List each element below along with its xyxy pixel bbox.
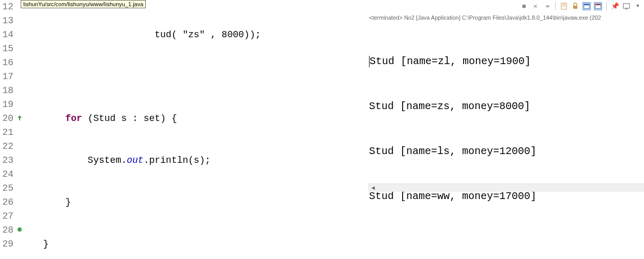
editor-pane: 12 13 14 15 16 17 18 19 20 21 22 23 24 2… bbox=[0, 0, 365, 259]
line-number: 25 bbox=[0, 181, 13, 195]
line-number: 12 bbox=[0, 0, 13, 14]
line-numbers-gutter: 12 13 14 15 16 17 18 19 20 21 22 23 24 2… bbox=[0, 0, 16, 259]
line-number: 26 bbox=[0, 195, 13, 209]
console-launch-header: <terminated> No2 [Java Application] C:\P… bbox=[369, 14, 601, 21]
line-number: 24 bbox=[0, 167, 13, 181]
code-line[interactable]: System.out.println(s); bbox=[19, 154, 365, 167]
scroll-left-arrow-icon[interactable]: ◄ bbox=[369, 184, 377, 192]
code-line[interactable] bbox=[19, 70, 365, 84]
filepath-tooltip: lishunYu/src/com/lishunyu/www/lishunyu_1… bbox=[21, 0, 146, 8]
console-pane: ■ ✕ ✕✕ 📌 ▼ <terminated> No2 [Java Applic… bbox=[368, 0, 644, 186]
line-number: 22 bbox=[0, 140, 13, 154]
line-number: 19 bbox=[0, 98, 13, 112]
line-number: 14 bbox=[0, 28, 13, 42]
console-line: Stud [name=zl, money=1900] bbox=[369, 54, 643, 69]
pin-console-icon[interactable]: 📌 bbox=[611, 2, 619, 10]
line-number: 21 bbox=[0, 126, 13, 140]
show-console-err-icon[interactable] bbox=[594, 2, 602, 10]
remove-launch-icon[interactable]: ✕ bbox=[531, 2, 540, 10]
scroll-lock-icon[interactable] bbox=[571, 2, 579, 10]
line-number: 18 bbox=[0, 84, 13, 98]
console-line: Stud [name=zs, money=8000] bbox=[369, 99, 643, 114]
code-line[interactable]: } bbox=[19, 237, 365, 251]
line-number: 23 bbox=[0, 154, 13, 167]
console-line: Stud [name=ls, money=12000] bbox=[369, 144, 643, 159]
line-number: 17 bbox=[0, 70, 13, 84]
line-number: 15 bbox=[0, 42, 13, 56]
svg-rect-10 bbox=[625, 9, 627, 9]
terminate-all-icon[interactable]: ■ bbox=[520, 2, 528, 10]
svg-rect-8 bbox=[595, 4, 601, 6]
show-console-icon[interactable] bbox=[582, 2, 591, 10]
toolbar-separator bbox=[555, 2, 556, 10]
svg-rect-4 bbox=[573, 6, 577, 9]
svg-rect-9 bbox=[623, 4, 630, 8]
console-toolbar: ■ ✕ ✕✕ 📌 ▼ bbox=[520, 2, 642, 10]
line-number: 28 bbox=[0, 223, 13, 237]
line-number: 20 bbox=[0, 112, 13, 126]
dropdown-icon[interactable]: ▼ bbox=[634, 2, 642, 10]
svg-rect-6 bbox=[584, 4, 590, 6]
line-number: 13 bbox=[0, 14, 13, 28]
line-number: 29 bbox=[0, 237, 13, 251]
code-line[interactable]: for (Stud s : set) { bbox=[19, 112, 365, 126]
line-number: 16 bbox=[0, 56, 13, 70]
code-line[interactable]: } bbox=[19, 195, 365, 209]
code-line[interactable]: tud( "zs" , 8000)); bbox=[19, 28, 365, 42]
clear-console-icon[interactable] bbox=[560, 2, 568, 10]
code-editor[interactable]: tud( "zs" , 8000)); for (Stud s : set) {… bbox=[19, 0, 365, 259]
toolbar-separator bbox=[606, 2, 607, 10]
console-horizontal-scrollbar[interactable]: ◄ bbox=[368, 184, 644, 192]
console-output[interactable]: Stud [name=zl, money=1900] Stud [name=zs… bbox=[369, 24, 643, 234]
remove-all-launches-icon[interactable]: ✕✕ bbox=[543, 2, 551, 10]
display-selected-icon[interactable] bbox=[622, 2, 631, 10]
line-number: 27 bbox=[0, 209, 13, 223]
